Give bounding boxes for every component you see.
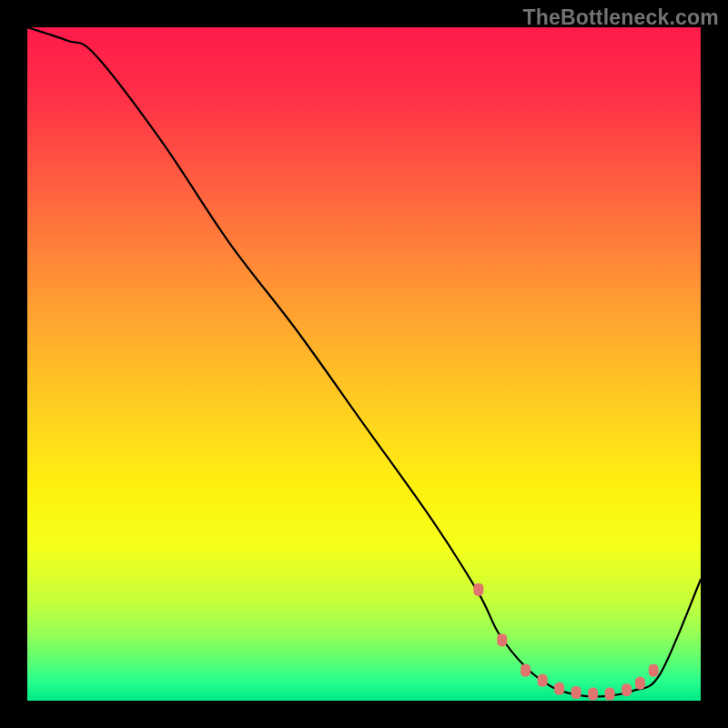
bottleneck-curve bbox=[27, 27, 701, 696]
marker-dot bbox=[554, 682, 564, 695]
marker-dot bbox=[521, 664, 531, 677]
watermark-text: TheBottleneck.com bbox=[522, 5, 719, 30]
chart-frame: TheBottleneck.com bbox=[0, 0, 728, 728]
marker-dot bbox=[635, 677, 645, 690]
marker-dot bbox=[473, 583, 483, 596]
marker-dot bbox=[571, 686, 581, 699]
plot-area bbox=[27, 27, 701, 701]
marker-dot bbox=[538, 674, 548, 687]
optimal-range-dots bbox=[473, 583, 658, 701]
marker-dot bbox=[497, 633, 507, 646]
marker-dot bbox=[588, 688, 598, 701]
marker-dot bbox=[649, 664, 659, 677]
marker-dot bbox=[605, 688, 615, 701]
marker-dot bbox=[622, 683, 632, 696]
curve-layer bbox=[27, 27, 701, 701]
